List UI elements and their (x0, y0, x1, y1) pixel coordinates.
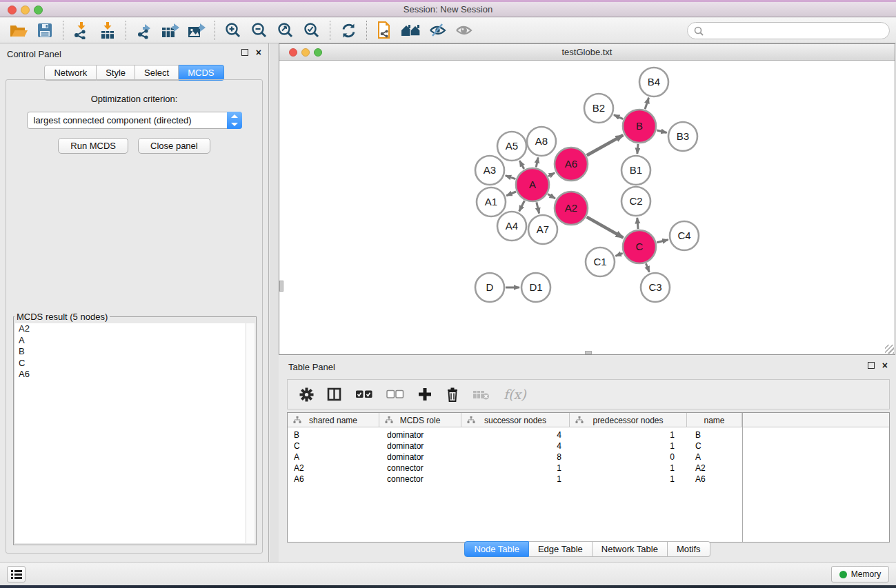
mcds-result-item[interactable]: C (15, 358, 255, 369)
tab-select[interactable]: Select (135, 65, 179, 81)
edge-B-B4[interactable] (645, 98, 648, 109)
edge-A-A7[interactable] (537, 202, 539, 213)
table-row[interactable]: A6connector11A6 (288, 474, 889, 485)
tab-motifs[interactable]: Motifs (668, 541, 710, 557)
show-panels-button[interactable] (7, 566, 26, 582)
close-panel-button[interactable]: Close panel (138, 138, 210, 154)
edge-A-A2[interactable] (548, 194, 555, 198)
float-panel-icon[interactable] (868, 362, 875, 369)
column-header-predecessor-nodes[interactable]: predecessor nodes (570, 413, 687, 427)
table-settings-gear-icon[interactable] (299, 387, 314, 402)
save-session-button[interactable] (32, 19, 58, 41)
column-header-name[interactable]: name (687, 413, 742, 427)
show-graphics-button[interactable] (450, 19, 477, 41)
node-A1[interactable]: A1 (477, 187, 506, 216)
network-hscroll-thumb[interactable] (585, 351, 592, 354)
close-panel-icon[interactable]: × (256, 49, 261, 56)
tab-network[interactable]: Network (44, 65, 97, 81)
network-vscroll-thumb[interactable] (279, 281, 283, 292)
node-A5[interactable]: A5 (497, 132, 526, 161)
unselect-all-icon[interactable] (386, 389, 404, 400)
edge-A-A1[interactable] (506, 192, 516, 196)
show-columns-icon[interactable] (327, 387, 342, 401)
node-C4[interactable]: C4 (670, 221, 699, 250)
edge-A-A3[interactable] (506, 176, 516, 179)
node-B[interactable]: B (623, 110, 656, 143)
node-A[interactable]: A (516, 168, 549, 201)
window-resize-grip[interactable] (885, 345, 894, 354)
column-header-shared-name[interactable]: shared name (288, 413, 379, 427)
zoom-in-button[interactable] (220, 19, 246, 41)
home-button[interactable] (398, 19, 424, 41)
search-input[interactable] (687, 22, 890, 39)
export-image-button[interactable] (183, 19, 210, 41)
node-B3[interactable]: B3 (668, 122, 697, 151)
tab-mcds[interactable]: MCDS (179, 65, 223, 81)
edge-A-A8[interactable] (536, 158, 538, 168)
mcds-result-item[interactable]: A (15, 335, 255, 347)
node-C2[interactable]: C2 (621, 187, 650, 216)
memory-button[interactable]: Memory (831, 566, 889, 582)
criterion-dropdown[interactable]: largest connected component (directed) (27, 112, 242, 129)
node-D[interactable]: D (475, 273, 504, 302)
zoom-fit-button[interactable] (272, 19, 299, 41)
hide-graphics-button[interactable] (424, 19, 450, 41)
node-A2[interactable]: A2 (555, 192, 588, 225)
zoom-out-button[interactable] (246, 19, 272, 41)
node-C1[interactable]: C1 (586, 247, 615, 276)
close-panel-icon[interactable]: × (882, 362, 888, 369)
edge-C-C2[interactable] (637, 218, 638, 229)
table-row[interactable]: A2connector11A2 (288, 463, 889, 474)
tab-style[interactable]: Style (97, 65, 135, 81)
import-table-button[interactable] (94, 19, 121, 41)
edge-A-A4[interactable] (519, 201, 525, 211)
node-A3[interactable]: A3 (475, 156, 504, 185)
node-A8[interactable]: A8 (527, 127, 556, 156)
float-panel-icon[interactable] (241, 49, 248, 56)
edge-C-C1[interactable] (615, 253, 622, 256)
table-row[interactable]: Bdominator41B (288, 429, 889, 440)
mcds-result-item[interactable]: A2 (15, 323, 255, 335)
mcds-list-scrollbar[interactable] (246, 323, 255, 543)
node-B2[interactable]: B2 (584, 94, 613, 123)
run-mcds-button[interactable]: Run MCDS (58, 138, 128, 154)
table-row[interactable]: Adominator80A (288, 452, 889, 463)
edge-B-B1[interactable] (637, 144, 638, 154)
select-all-icon[interactable] (355, 389, 373, 400)
delete-column-icon[interactable] (446, 387, 459, 402)
edge-C-C3[interactable] (646, 263, 649, 272)
edge-A2-C[interactable] (587, 217, 624, 238)
panel-divider[interactable] (270, 43, 279, 562)
zoom-selected-button[interactable] (299, 19, 325, 41)
mcds-result-item[interactable]: A6 (15, 369, 255, 381)
edge-C-C4[interactable] (657, 240, 668, 243)
open-file-button[interactable] (6, 19, 32, 41)
node-table[interactable]: shared nameMCDS rolesuccessor nodesprede… (287, 412, 890, 543)
node-A7[interactable]: A7 (528, 215, 557, 244)
node-C[interactable]: C (623, 230, 656, 263)
edge-B-B3[interactable] (657, 130, 666, 132)
edge-A-A6[interactable] (548, 173, 555, 176)
node-B1[interactable]: B1 (621, 156, 650, 185)
tab-edge-table[interactable]: Edge Table (529, 541, 593, 557)
tab-network-table[interactable]: Network Table (593, 541, 668, 557)
export-network-button[interactable] (131, 19, 157, 41)
edge-A6-B[interactable] (587, 135, 624, 155)
mcds-result-item[interactable]: B (15, 346, 255, 358)
node-C3[interactable]: C3 (641, 273, 670, 302)
column-header-successor-nodes[interactable]: successor nodes (461, 413, 570, 427)
mcds-result-list[interactable]: A2ABCA6 (15, 323, 255, 543)
column-header-MCDS-role[interactable]: MCDS role (379, 413, 461, 427)
import-network-button[interactable] (68, 19, 94, 41)
edge-A-A5[interactable] (519, 161, 524, 169)
network-canvas[interactable]: B4B2BB3A8A5A6A3B1AA1C2A2A4A7CC4C1C3DD1 (279, 61, 895, 354)
refresh-button[interactable] (335, 19, 361, 41)
export-table-button[interactable] (157, 19, 183, 41)
tab-node-table[interactable]: Node Table (464, 541, 529, 557)
cybrowser-button[interactable] (372, 19, 398, 41)
node-B4[interactable]: B4 (639, 68, 668, 97)
edge-B-B2[interactable] (614, 115, 623, 119)
node-D1[interactable]: D1 (521, 273, 550, 302)
add-column-icon[interactable] (417, 387, 432, 402)
node-A4[interactable]: A4 (497, 212, 526, 241)
